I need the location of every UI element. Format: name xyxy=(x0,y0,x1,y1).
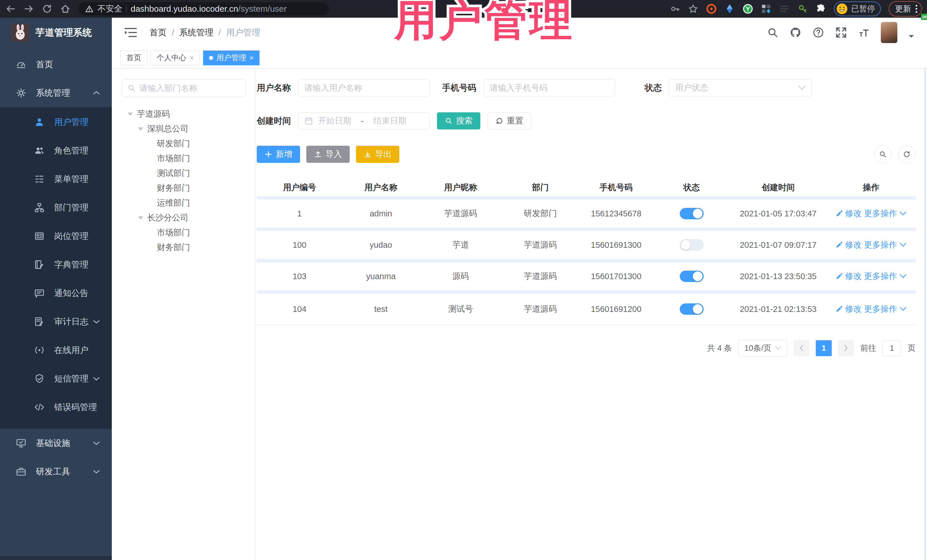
extensions-puzzle-icon[interactable] xyxy=(816,4,826,14)
tree-node[interactable]: 长沙分公司 xyxy=(122,211,246,225)
sidebar-item-system[interactable]: 系统管理 xyxy=(0,79,112,107)
tree-node[interactable]: 测试部门 xyxy=(122,166,246,181)
tree-caret-icon[interactable] xyxy=(138,127,143,131)
extension-icon-green-key[interactable] xyxy=(798,4,808,14)
show-search-round-button[interactable] xyxy=(874,146,892,163)
edit-link[interactable]: 修改 xyxy=(836,270,862,282)
tree-caret-icon[interactable] xyxy=(138,216,143,220)
breadcrumb-system[interactable]: 系统管理 xyxy=(179,27,213,38)
sidebar-collapse-icon[interactable] xyxy=(125,27,137,38)
current-page-button[interactable]: 1 xyxy=(816,340,832,356)
sidebar-item-home[interactable]: 首页 xyxy=(0,50,112,79)
sidebar-item-menu-management[interactable]: 菜单管理 xyxy=(0,165,112,193)
sidebar-item-role-management[interactable]: 角色管理 xyxy=(0,136,112,165)
export-button[interactable]: 导出 xyxy=(356,146,399,163)
status-toggle[interactable] xyxy=(680,304,704,315)
tab-close-icon[interactable]: × xyxy=(190,54,194,62)
sidebar-item-error-code[interactable]: 错误码管理 xyxy=(0,393,112,422)
sidebar-item-user-management[interactable]: 用户管理 xyxy=(0,108,112,136)
status-toggle[interactable] xyxy=(680,208,704,219)
browser-update-button[interactable]: 更新 xyxy=(889,1,922,17)
address-bar[interactable]: 不安全 dashboard.yudao.iocoder.cn/system/us… xyxy=(78,2,329,15)
tree-node[interactable]: 芋道源码 xyxy=(122,107,246,121)
password-key-icon[interactable] xyxy=(670,4,680,14)
reset-button[interactable]: 重置 xyxy=(488,112,531,129)
browser-profile-chip[interactable]: 已暂停 xyxy=(834,2,881,16)
status-select[interactable]: 用户状态 xyxy=(669,79,812,96)
extension-icon-blue-kite[interactable] xyxy=(725,4,735,14)
home-icon[interactable] xyxy=(60,3,71,14)
page-size-select[interactable]: 10条/页 xyxy=(738,340,787,357)
prev-page-button[interactable] xyxy=(793,340,810,356)
more-actions-link[interactable]: 更多操作 xyxy=(864,208,907,219)
header-search-icon[interactable] xyxy=(767,27,779,38)
calendar-icon xyxy=(304,117,313,125)
tree-node[interactable]: 财务部门 xyxy=(122,181,246,196)
refresh-round-button[interactable] xyxy=(898,146,916,163)
tab-close-icon[interactable]: × xyxy=(249,54,254,62)
dept-search-input[interactable] xyxy=(122,79,246,97)
tab-user-management[interactable]: 用户管理× xyxy=(203,50,260,65)
error-code-icon xyxy=(34,402,44,412)
edit-link[interactable]: 修改 xyxy=(836,239,862,250)
extension-icon-orange[interactable] xyxy=(706,4,716,14)
username-input[interactable] xyxy=(304,83,424,93)
add-button[interactable]: 新增 xyxy=(257,146,300,163)
sidebar-item-dev-tools[interactable]: 研发工具 xyxy=(0,457,112,486)
tree-node[interactable]: 运维部门 xyxy=(122,196,246,211)
mobile-input[interactable] xyxy=(490,83,609,93)
sidebar-item-sms-management[interactable]: 短信管理 xyxy=(0,364,112,393)
edit-link[interactable]: 修改 xyxy=(836,304,862,315)
github-icon[interactable] xyxy=(790,27,801,38)
status-toggle[interactable] xyxy=(680,239,704,250)
more-actions-link[interactable]: 更多操作 xyxy=(864,239,907,250)
scrollbar[interactable] xyxy=(924,68,926,560)
table-header-row: 用户编号 用户名称 用户昵称 部门 手机号码 状态 创建时间 操作 xyxy=(257,179,916,200)
user-avatar[interactable] xyxy=(881,22,897,43)
forward-icon[interactable] xyxy=(23,3,34,14)
help-icon[interactable] xyxy=(812,27,824,38)
app-header: 首页 / 系统管理 / 用户管理 xyxy=(112,18,927,47)
edit-link[interactable]: 修改 xyxy=(836,208,862,219)
tree-node[interactable]: 深圳总公司 xyxy=(122,121,246,136)
cell-mobile: 15601691200 xyxy=(579,305,653,314)
sidebar-item-infrastructure[interactable]: 基础设施 xyxy=(0,429,112,457)
extension-icon-green-circle[interactable] xyxy=(743,4,753,14)
tree-node[interactable]: 市场部门 xyxy=(122,151,246,166)
font-size-icon[interactable] xyxy=(858,27,870,38)
cell-dept: 芋道源码 xyxy=(502,270,579,282)
tree-node[interactable]: 研发部门 xyxy=(122,136,246,151)
url-text[interactable]: dashboard.yudao.iocoder.cn/system/user xyxy=(131,4,287,14)
tab-profile[interactable]: 个人中心× xyxy=(150,50,200,65)
more-actions-link[interactable]: 更多操作 xyxy=(864,304,907,315)
import-button[interactable]: 导入 xyxy=(306,146,350,163)
sidebar-item-post-management[interactable]: 岗位管理 xyxy=(0,222,112,250)
date-range-picker[interactable]: 开始日期 - 结束日期 xyxy=(298,112,430,129)
status-toggle[interactable] xyxy=(680,270,704,282)
fullscreen-icon[interactable] xyxy=(835,27,847,38)
back-icon[interactable] xyxy=(5,3,16,14)
extension-icon-grid[interactable] xyxy=(761,4,771,14)
extension-icon-lines-on[interactable]: on xyxy=(779,4,790,14)
sidebar-item-online-users[interactable]: 在线用户 xyxy=(0,336,112,364)
sidebar-item-dept-management[interactable]: 部门管理 xyxy=(0,193,112,222)
avatar-caret-icon[interactable] xyxy=(908,34,915,39)
sidebar-item-dict-management[interactable]: 字典管理 xyxy=(0,250,112,279)
sidebar-item-audit-log[interactable]: 审计日志 xyxy=(0,307,112,336)
tree-caret-icon[interactable] xyxy=(128,112,133,116)
breadcrumb-home[interactable]: 首页 xyxy=(149,27,167,38)
sidebar-item-notice[interactable]: 通知公告 xyxy=(0,279,112,307)
browser-menu-icon[interactable] xyxy=(916,5,917,13)
tree-node[interactable]: 财务部门 xyxy=(122,240,246,255)
more-actions-link[interactable]: 更多操作 xyxy=(864,270,907,282)
tab-home[interactable]: 首页 xyxy=(120,50,147,65)
tree-node[interactable]: 市场部门 xyxy=(122,225,246,240)
goto-page-input[interactable] xyxy=(883,340,901,356)
security-label[interactable]: 不安全 xyxy=(97,3,122,15)
bookmark-star-icon[interactable] xyxy=(688,4,698,14)
next-page-button[interactable] xyxy=(838,340,854,356)
search-button[interactable]: 搜索 xyxy=(437,112,480,129)
app-logo-row[interactable]: 芋道管理系统 xyxy=(0,18,112,47)
reload-icon[interactable] xyxy=(42,3,53,14)
badge-icon xyxy=(34,231,44,241)
